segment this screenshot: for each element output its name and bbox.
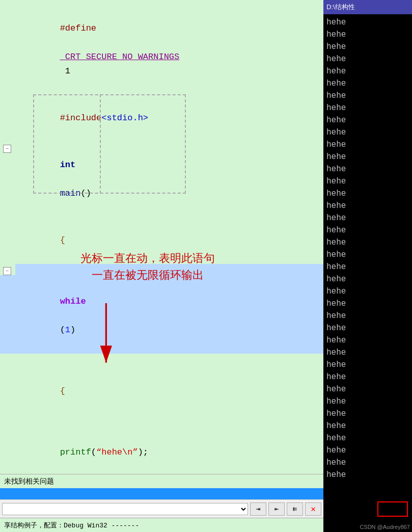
- console-bottom-box: [377, 501, 408, 517]
- outdent-icon: ⇤: [274, 504, 279, 513]
- code-line-2: #include<stdio.h>: [0, 95, 323, 142]
- console-line: hehe: [326, 163, 409, 175]
- code-content-2: #include<stdio.h>: [15, 95, 151, 142]
- code-content-3: int main(): [15, 142, 94, 217]
- code-content-6: {: [15, 354, 84, 415]
- toolbar-close-btn[interactable]: ✕: [305, 502, 321, 516]
- token-while: while: [60, 297, 86, 306]
- console-line: hehe: [326, 408, 409, 420]
- annotation-arrow: [102, 301, 153, 382]
- token-string: “hehe\n”: [96, 447, 138, 457]
- console-line: hehe: [326, 102, 409, 114]
- token-include: #include: [60, 113, 102, 123]
- token-value: 1: [60, 66, 70, 76]
- bottom-status: 享结构例子，配置：Debug Win32 -------: [0, 518, 323, 532]
- console-line: hehe: [326, 41, 409, 53]
- annotation-line2: 一直在被无限循环输出: [51, 267, 244, 283]
- console-title: D:\结构性: [326, 3, 355, 12]
- code-line-3: − int main(): [0, 142, 323, 217]
- token-p-close: );: [138, 447, 148, 457]
- token-space: [60, 38, 65, 47]
- token-int: int: [60, 160, 76, 170]
- line-gutter-3: −: [0, 142, 15, 153]
- console-line: hehe: [326, 310, 409, 322]
- token-indent: [60, 433, 102, 443]
- console-line: hehe: [326, 347, 409, 359]
- toolbar-dropdown[interactable]: [2, 503, 248, 515]
- console-line: hehe: [326, 53, 409, 65]
- token-header: <stdio.h>: [101, 113, 148, 123]
- token-paren-open: (: [60, 325, 65, 335]
- console-line: hehe: [326, 359, 409, 371]
- console-line: hehe: [326, 16, 409, 29]
- token-indent: [60, 282, 81, 292]
- console-line: hehe: [326, 126, 409, 139]
- code-content-7: printf(“hehe\n”);: [15, 415, 151, 474]
- console-line: hehe: [326, 298, 409, 310]
- csdn-watermark: CSDN @Audrey867: [360, 524, 410, 530]
- status-bar: 未找到相关问题: [0, 474, 323, 488]
- console-output: hehehehehehehehehehehehehehehehehehehehe…: [323, 14, 412, 532]
- token-parens: (): [80, 189, 91, 198]
- console-line: hehe: [326, 175, 409, 188]
- code-line-1: #define _CRT_SECURE_NO_WARNINGS 1: [0, 5, 323, 95]
- token-indent: [60, 372, 81, 382]
- toolbar-row: ⇥ ⇤ ⇇ ✕: [0, 499, 323, 518]
- console-line: hehe: [326, 139, 409, 151]
- editor-panel: #define _CRT_SECURE_NO_WARNINGS 1 #inclu…: [0, 0, 323, 532]
- token-num: 1: [65, 325, 70, 335]
- token-printf: printf: [60, 447, 91, 457]
- console-line: hehe: [326, 395, 409, 408]
- console-panel: D:\结构性 heheheheheheheheheheheheheheheheh…: [323, 0, 412, 532]
- code-line-6: {: [0, 354, 323, 415]
- console-line: hehe: [326, 261, 409, 273]
- console-line: hehe: [326, 420, 409, 432]
- indent-icon: ⇥: [256, 504, 260, 513]
- console-line: hehe: [326, 469, 409, 481]
- console-line: hehe: [326, 334, 409, 347]
- outdent2-icon: ⇇: [293, 504, 297, 513]
- code-content-1: #define _CRT_SECURE_NO_WARNINGS 1: [15, 5, 182, 95]
- bottom-status-text: 享结构例子，配置：Debug Win32 -------: [4, 521, 139, 530]
- console-line: hehe: [326, 457, 409, 469]
- token-space: [60, 174, 65, 184]
- token-p-open: (: [91, 447, 96, 457]
- console-line: hehe: [326, 432, 409, 444]
- annotation-line1: 光标一直在动，表明此语句: [51, 250, 244, 267]
- console-line: hehe: [326, 444, 409, 457]
- console-line: hehe: [326, 212, 409, 224]
- token-define: #define: [60, 23, 96, 33]
- token-main: main: [60, 189, 81, 198]
- toolbar-btn-3[interactable]: ⇇: [287, 502, 303, 516]
- token-macro: _CRT_SECURE_NO_WARNINGS: [60, 52, 180, 62]
- code-line-7: printf(“hehe\n”);: [0, 415, 323, 474]
- blue-progress-bar: [0, 488, 323, 499]
- token-brace-open2: {: [60, 386, 65, 396]
- toolbar-btn-1[interactable]: ⇥: [250, 502, 266, 516]
- console-line: hehe: [326, 29, 409, 41]
- console-line: hehe: [326, 383, 409, 395]
- console-line: hehe: [326, 224, 409, 236]
- collapse-main-btn[interactable]: −: [3, 145, 11, 153]
- toolbar-btn-2[interactable]: ⇤: [268, 502, 285, 516]
- console-line: hehe: [326, 273, 409, 285]
- code-area: #define _CRT_SECURE_NO_WARNINGS 1 #inclu…: [0, 0, 323, 474]
- console-line: hehe: [326, 151, 409, 163]
- console-titlebar: D:\结构性: [323, 0, 412, 14]
- console-line: hehe: [326, 285, 409, 298]
- console-line: hehe: [326, 249, 409, 261]
- console-line: hehe: [326, 65, 409, 77]
- token-paren-close: ): [70, 325, 75, 335]
- no-issues-text: 未找到相关问题: [4, 477, 54, 486]
- collapse-while-btn[interactable]: −: [3, 267, 11, 275]
- close-icon: ✕: [311, 504, 316, 514]
- token-brace-open: {: [60, 235, 65, 245]
- console-line: hehe: [326, 188, 409, 200]
- annotation-area: 光标一直在动，表明此语句 一直在被无限循环输出: [51, 250, 244, 283]
- console-line: hehe: [326, 114, 409, 126]
- annotation-text: 光标一直在动，表明此语句 一直在被无限循环输出: [51, 250, 244, 283]
- console-line: hehe: [326, 371, 409, 383]
- line-gutter-5: −: [0, 264, 15, 275]
- token-space: [60, 311, 65, 321]
- console-line: hehe: [326, 77, 409, 90]
